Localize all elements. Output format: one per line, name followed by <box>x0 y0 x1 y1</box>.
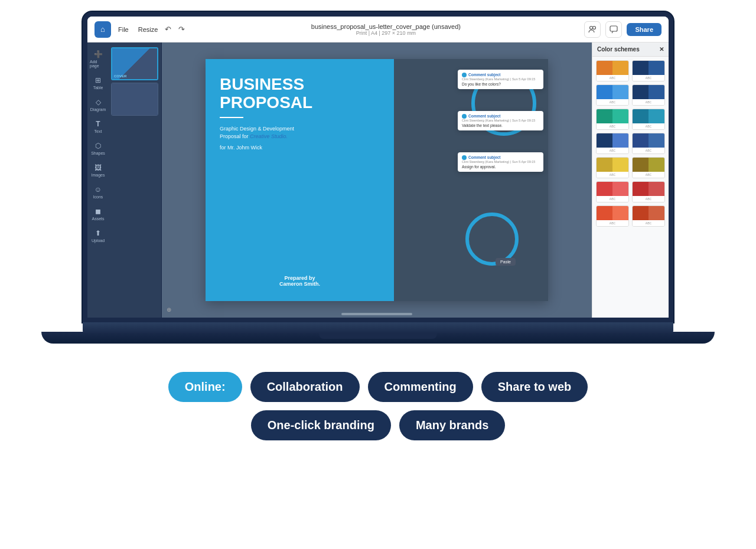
file-menu[interactable]: File <box>118 26 129 33</box>
upload-icon: ⬆ <box>95 229 101 237</box>
comment-dot-1 <box>462 73 467 77</box>
color-swatch-6b[interactable]: ABC <box>632 181 665 202</box>
share-button[interactable]: Share <box>627 23 662 36</box>
sidebar-label-text: Text <box>94 129 102 133</box>
comment-box-1[interactable]: Comment subject Clint Steenberg (Kara Ma… <box>458 70 543 89</box>
doc-main-title: BUSINESS PROPOSAL <box>220 76 380 112</box>
page-thumb-2[interactable] <box>111 83 158 116</box>
color-swatch-4b[interactable]: ABC <box>632 133 665 154</box>
swatch-label-7b: ABC <box>633 220 664 226</box>
sidebar-item-assets[interactable]: ◼ Assets <box>89 204 107 224</box>
sidebar-item-text[interactable]: T Text <box>89 117 107 136</box>
collaboration-icon[interactable] <box>584 21 601 38</box>
svg-point-0 <box>590 26 593 29</box>
undo-redo-group: ↶ ↷ <box>162 24 187 35</box>
page-thumb-1[interactable]: COVER <box>111 47 158 80</box>
document-canvas: BUSINESS PROPOSAL Graphic Design & Devel… <box>206 59 548 301</box>
swatch-label-4b: ABC <box>633 148 664 153</box>
app-window: ⌂ File Resize ↶ ↷ business_proposal_us-l… <box>87 17 669 318</box>
color-panel-header: Color schemes ✕ <box>592 43 669 57</box>
comment-meta-3: Clint Steenberg (Kara Marketing) | Sun 5… <box>462 160 539 164</box>
svg-point-1 <box>593 26 596 29</box>
swatch-label-5a: ABC <box>597 172 628 178</box>
sidebar-item-images[interactable]: 🖼 Images <box>89 161 107 180</box>
pill-one-click-branding[interactable]: One-click branding <box>251 410 391 440</box>
color-swatch-5b[interactable]: ABC <box>632 157 665 178</box>
swatch-label-6a: ABC <box>597 196 628 202</box>
redo-button[interactable]: ↷ <box>176 24 187 35</box>
color-swatch-3a[interactable]: ABC <box>596 109 629 130</box>
svg-rect-2 <box>610 26 617 31</box>
color-swatch-4a[interactable]: ABC <box>596 133 629 154</box>
sidebar-item-table[interactable]: ⊞ Table <box>89 73 107 93</box>
sidebar-label-images: Images <box>92 173 105 177</box>
comment-dot-3 <box>462 155 467 160</box>
swatch-label-3b: ABC <box>633 123 664 129</box>
pills-row-2: One-click branding Many brands <box>251 410 506 440</box>
sidebar-item-addpage[interactable]: ➕ Add page <box>89 47 107 71</box>
color-panel-title: Color schemes <box>597 46 640 53</box>
images-icon: 🖼 <box>94 164 102 172</box>
pill-commenting[interactable]: Commenting <box>368 372 473 402</box>
doc-left-panel: BUSINESS PROPOSAL Graphic Design & Devel… <box>206 59 394 301</box>
swatch-label-5b: ABC <box>633 172 664 178</box>
sidebar-item-diagram[interactable]: ◇ Diagram <box>89 95 107 115</box>
left-sidebar: ➕ Add page ⊞ Table ◇ Diagram T Text <box>87 43 109 318</box>
paste-tooltip: Paste <box>496 258 516 266</box>
swatch-label-6b: ABC <box>633 196 664 202</box>
comment-icon[interactable] <box>605 21 622 38</box>
comment-meta-2: Clint Steenberg (Kara Marketing) | Sun 5… <box>462 119 539 122</box>
horizontal-scrollbar[interactable] <box>341 313 412 315</box>
sidebar-item-icons[interactable]: ☺ Icons <box>89 182 107 202</box>
laptop-container: ⌂ File Resize ↶ ↷ business_proposal_us-l… <box>41 12 715 344</box>
doc-divider <box>220 117 243 118</box>
color-swatch-3b[interactable]: ABC <box>632 109 665 130</box>
table-icon: ⊞ <box>95 76 101 84</box>
sidebar-item-upload[interactable]: ⬆ Upload <box>89 226 107 246</box>
color-schemes-panel: Color schemes ✕ ABC <box>592 43 669 318</box>
pill-share-to-web[interactable]: Share to web <box>481 372 588 402</box>
text-icon: T <box>96 120 100 128</box>
title-area: business_proposal_us-letter_cover_page (… <box>192 23 579 36</box>
sidebar-label-assets: Assets <box>92 217 104 221</box>
color-swatch-2b[interactable]: ABC <box>632 84 665 106</box>
doc-client: for Mr. Johm Wick <box>220 145 380 151</box>
comment-box-2[interactable]: Comment subject Clint Steenberg (Kara Ma… <box>458 111 543 130</box>
comment-text-1: Do you like the colors? <box>462 82 539 86</box>
swatch-label-2b: ABC <box>633 99 664 105</box>
pill-collaboration[interactable]: Collaboration <box>250 372 360 402</box>
top-actions: Share <box>584 21 662 38</box>
color-swatch-7b[interactable]: ABC <box>632 205 665 227</box>
home-button[interactable]: ⌂ <box>94 21 111 38</box>
color-swatch-1b[interactable]: ABC <box>632 60 665 81</box>
sidebar-item-shapes[interactable]: ⬡ Shapes <box>89 139 107 158</box>
close-panel-button[interactable]: ✕ <box>659 46 664 53</box>
shapes-icon: ⬡ <box>95 142 101 150</box>
undo-button[interactable]: ↶ <box>162 24 174 35</box>
comment-box-3[interactable]: Comment subject Clint Steenberg (Kara Ma… <box>458 152 543 172</box>
zoom-indicator[interactable]: ⊕ <box>167 306 171 313</box>
color-swatch-5a[interactable]: ABC <box>596 157 629 178</box>
comment-subject-2: Comment subject <box>468 114 501 118</box>
pill-online[interactable]: Online: <box>168 372 242 402</box>
doc-subtitle: Graphic Design & DevelopmentProposal for… <box>220 125 380 141</box>
comment-subject-3: Comment subject <box>468 155 501 159</box>
color-swatch-6a[interactable]: ABC <box>596 181 629 202</box>
color-swatch-2a[interactable]: ABC <box>596 84 629 106</box>
pill-many-brands[interactable]: Many brands <box>399 410 505 440</box>
sidebar-label-shapes: Shapes <box>91 151 105 155</box>
comment-dot-2 <box>462 114 467 119</box>
document-title: business_proposal_us-letter_cover_page (… <box>192 23 579 30</box>
feature-pills-section: Online: Collaboration Commenting Share t… <box>168 372 588 440</box>
sidebar-label-table: Table <box>93 86 103 90</box>
canvas-area[interactable]: BUSINESS PROPOSAL Graphic Design & Devel… <box>162 43 592 318</box>
resize-menu[interactable]: Resize <box>138 26 158 33</box>
comment-meta-1: Clint Steenberg (Kara Marketing) | Sun 5… <box>462 77 539 81</box>
pages-panel: COVER <box>109 43 162 318</box>
comment-subject-1: Comment subject <box>468 73 501 77</box>
top-bar: ⌂ File Resize ↶ ↷ business_proposal_us-l… <box>87 17 669 43</box>
laptop-base <box>83 322 673 333</box>
doc-right-panel: Comment subject Clint Steenberg (Kara Ma… <box>394 59 548 301</box>
color-swatch-7a[interactable]: ABC <box>596 205 629 227</box>
color-swatch-1a[interactable]: ABC <box>596 60 629 81</box>
